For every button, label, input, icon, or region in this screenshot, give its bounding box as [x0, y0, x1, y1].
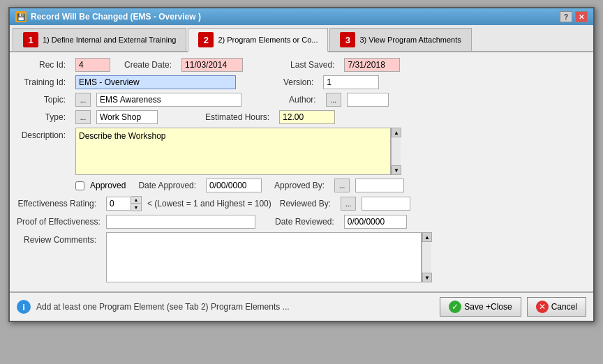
description-label: Description:: [17, 128, 70, 140]
version-label: Version:: [241, 77, 318, 87]
description-wrapper: Describe the Workshop ▲ ▼: [75, 128, 401, 175]
tab-2-label: 2) Program Elements or Co...: [218, 36, 318, 44]
titlebar-buttons: ? ✕: [560, 11, 588, 22]
row-description: Description: Describe the Workshop ▲ ▼: [17, 128, 586, 175]
save-label: Save +Close: [464, 302, 512, 312]
effectiveness-hint: < (Lowest = 1 and Highest = 100): [147, 199, 271, 208]
main-window: 💾 Record Will Be Changed (EMS - Overview…: [8, 7, 595, 322]
cancel-label: Cancel: [551, 302, 577, 312]
tab-3[interactable]: 3 3) View Program Attachments: [329, 28, 471, 51]
version-input[interactable]: [323, 75, 379, 89]
author-label: Author:: [247, 95, 320, 105]
spinner-up-button[interactable]: ▲: [131, 197, 141, 204]
create-date-input[interactable]: [181, 58, 243, 72]
type-browse-button[interactable]: ...: [75, 110, 91, 124]
description-textarea[interactable]: Describe the Workshop: [75, 128, 391, 175]
row-approved: Approved Date Approved: Approved By: ...: [17, 179, 586, 192]
tab-1-label: 1) Define Internal and External Training: [43, 36, 176, 44]
create-date-label: Create Date:: [116, 60, 176, 70]
row-type: Type: ... Estimated Hours:: [17, 110, 586, 124]
date-approved-input[interactable]: [206, 179, 262, 192]
row-effectiveness: Effectiveness Rating: ▲ ▼ < (Lowest = 1 …: [17, 196, 586, 211]
row-topic: Topic: ... Author: ...: [17, 93, 586, 107]
approved-by-label: Approved By:: [267, 181, 329, 190]
tab-1[interactable]: 1 1) Define Internal and External Traini…: [13, 28, 186, 51]
spinner-controls: ▲ ▼: [131, 196, 142, 211]
approved-label: Approved: [90, 181, 126, 190]
proof-label: Proof of Effectiveness:: [17, 217, 100, 227]
approved-by-browse-button[interactable]: ...: [334, 179, 350, 192]
main-form: Rec Id: Create Date: Last Saved: Trainin…: [10, 52, 593, 291]
effectiveness-input[interactable]: [106, 197, 131, 211]
review-scrollbar: ▲ ▼: [422, 232, 431, 282]
help-button[interactable]: ?: [560, 11, 572, 22]
description-scrollbar: ▲ ▼: [391, 128, 401, 175]
titlebar-left: 💾 Record Will Be Changed (EMS - Overview…: [15, 11, 201, 22]
proof-input[interactable]: [106, 215, 255, 229]
estimated-hours-label: Estimated Hours:: [163, 112, 274, 122]
training-id-input[interactable]: [75, 75, 236, 89]
review-comments-label: Review Comments:: [17, 232, 100, 245]
status-message: i Add at least one Program Element (see …: [17, 300, 290, 314]
row-rec-id: Rec Id: Create Date: Last Saved:: [17, 58, 586, 72]
reviewed-by-browse-button[interactable]: ...: [341, 197, 356, 211]
window-close-button[interactable]: ✕: [575, 11, 588, 22]
tab-3-label: 3) View Program Attachments: [359, 36, 461, 44]
row-review-comments: Review Comments: ▲ ▼: [17, 232, 586, 282]
info-icon: i: [17, 300, 31, 314]
approved-checkbox[interactable]: [75, 181, 84, 190]
date-approved-label: Date Approved:: [131, 181, 200, 190]
titlebar: 💾 Record Will Be Changed (EMS - Overview…: [10, 8, 593, 25]
window-title: Record Will Be Changed (EMS - Overview ): [31, 12, 201, 22]
cancel-button[interactable]: ✕ Cancel: [527, 297, 586, 317]
review-scroll-down[interactable]: ▼: [422, 273, 432, 282]
effectiveness-spinner: ▲ ▼: [106, 196, 142, 211]
save-icon: ✓: [449, 301, 461, 313]
review-comments-wrapper: ▲ ▼: [106, 232, 431, 282]
effectiveness-label: Effectiveness Rating:: [17, 199, 100, 208]
cancel-icon: ✕: [536, 301, 549, 313]
rec-id-label: Rec Id:: [17, 60, 70, 70]
app-icon: 💾: [15, 11, 27, 22]
topic-input[interactable]: [96, 93, 241, 107]
scroll-up-arrow[interactable]: ▲: [392, 128, 401, 137]
topic-label: Topic:: [17, 95, 70, 105]
date-reviewed-label: Date Reviewed:: [261, 217, 338, 227]
topic-browse-button[interactable]: ...: [75, 93, 91, 107]
rec-id-input[interactable]: [75, 58, 110, 72]
row-proof: Proof of Effectiveness: Date Reviewed:: [17, 215, 586, 229]
statusbar: i Add at least one Program Element (see …: [10, 291, 593, 321]
author-input[interactable]: [347, 93, 389, 107]
type-input[interactable]: [96, 110, 158, 124]
tab-1-badge: 1: [23, 32, 38, 47]
scroll-down-arrow[interactable]: ▼: [392, 165, 401, 175]
tab-2-badge: 2: [198, 32, 214, 47]
tab-3-badge: 3: [340, 32, 355, 47]
date-reviewed-input[interactable]: [344, 215, 407, 229]
estimated-hours-input[interactable]: [279, 110, 335, 124]
action-buttons: ✓ Save +Close ✕ Cancel: [440, 297, 586, 317]
approved-by-input[interactable]: [355, 179, 404, 192]
reviewed-by-input[interactable]: [362, 197, 410, 211]
last-saved-label: Last Saved:: [248, 60, 338, 70]
author-browse-button[interactable]: ...: [326, 93, 341, 107]
status-text: Add at least one Program Element (see Ta…: [36, 302, 290, 312]
last-saved-input[interactable]: [344, 58, 400, 72]
reviewed-by-label: Reviewed By:: [277, 199, 335, 208]
training-id-label: Training Id:: [17, 77, 70, 87]
review-comments-textarea[interactable]: [106, 232, 422, 282]
tab-2[interactable]: 2 2) Program Elements or Co...: [188, 28, 328, 52]
tabs-bar: 1 1) Define Internal and External Traini…: [10, 25, 593, 52]
type-label: Type:: [17, 112, 70, 122]
row-training-id: Training Id: Version:: [17, 75, 586, 89]
review-scroll-up[interactable]: ▲: [422, 232, 432, 242]
save-close-button[interactable]: ✓ Save +Close: [440, 297, 521, 317]
spinner-down-button[interactable]: ▼: [131, 204, 141, 211]
